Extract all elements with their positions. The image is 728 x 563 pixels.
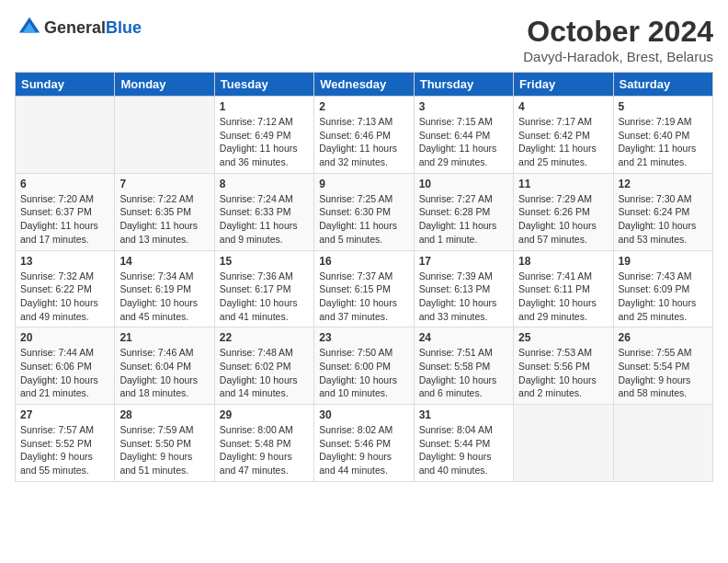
calendar-cell: 27Sunrise: 7:57 AM Sunset: 5:52 PM Dayli…: [16, 405, 115, 482]
calendar-header-row: SundayMondayTuesdayWednesdayThursdayFrid…: [16, 73, 713, 97]
month-title: October 2024: [523, 15, 713, 49]
calendar-cell: 21Sunrise: 7:46 AM Sunset: 6:04 PM Dayli…: [115, 327, 214, 405]
title-area: October 2024 Davyd-Haradok, Brest, Belar…: [523, 15, 713, 64]
day-number: 25: [518, 331, 608, 344]
header: GeneralBlue October 2024 Davyd-Haradok, …: [15, 15, 713, 64]
logo: GeneralBlue: [15, 15, 142, 40]
calendar-cell: 17Sunrise: 7:39 AM Sunset: 6:13 PM Dayli…: [414, 250, 513, 327]
calendar-cell: 19Sunrise: 7:43 AM Sunset: 6:09 PM Dayli…: [613, 250, 712, 327]
day-number: 2: [319, 100, 408, 113]
logo-text-general: General: [44, 18, 106, 37]
day-number: 13: [20, 255, 109, 268]
day-number: 30: [319, 408, 408, 421]
day-number: 17: [419, 255, 508, 268]
day-info: Sunrise: 7:24 AM Sunset: 6:33 PM Dayligh…: [220, 192, 309, 247]
day-number: 29: [220, 408, 309, 421]
day-info: Sunrise: 8:00 AM Sunset: 5:48 PM Dayligh…: [220, 423, 309, 477]
day-number: 31: [419, 408, 508, 421]
day-info: Sunrise: 8:04 AM Sunset: 5:44 PM Dayligh…: [419, 423, 508, 477]
day-info: Sunrise: 7:34 AM Sunset: 6:19 PM Dayligh…: [119, 270, 209, 324]
header-wednesday: Wednesday: [314, 73, 414, 97]
day-number: 8: [220, 178, 309, 190]
day-info: Sunrise: 7:13 AM Sunset: 6:46 PM Dayligh…: [319, 115, 408, 169]
calendar-cell: 6Sunrise: 7:20 AM Sunset: 6:37 PM Daylig…: [16, 173, 115, 250]
calendar-week-row: 20Sunrise: 7:44 AM Sunset: 6:06 PM Dayli…: [16, 327, 713, 405]
calendar-week-row: 1Sunrise: 7:12 AM Sunset: 6:49 PM Daylig…: [16, 97, 713, 174]
day-number: 14: [119, 255, 209, 268]
day-info: Sunrise: 7:46 AM Sunset: 6:04 PM Dayligh…: [119, 346, 209, 400]
calendar-cell: 20Sunrise: 7:44 AM Sunset: 6:06 PM Dayli…: [16, 327, 115, 405]
day-number: 6: [20, 178, 109, 190]
calendar-table: SundayMondayTuesdayWednesdayThursdayFrid…: [15, 72, 713, 482]
calendar-cell: 11Sunrise: 7:29 AM Sunset: 6:26 PM Dayli…: [514, 173, 613, 250]
calendar-cell: 22Sunrise: 7:48 AM Sunset: 6:02 PM Dayli…: [214, 327, 313, 405]
day-number: 22: [220, 331, 309, 344]
calendar-cell: 7Sunrise: 7:22 AM Sunset: 6:35 PM Daylig…: [115, 173, 214, 250]
day-number: 21: [119, 331, 209, 344]
calendar-cell: [613, 405, 712, 482]
header-thursday: Thursday: [414, 73, 513, 97]
day-info: Sunrise: 7:36 AM Sunset: 6:17 PM Dayligh…: [220, 270, 309, 324]
calendar-cell: 4Sunrise: 7:17 AM Sunset: 6:42 PM Daylig…: [514, 97, 613, 174]
day-number: 12: [619, 178, 708, 190]
day-number: 11: [518, 178, 608, 190]
calendar-cell: 15Sunrise: 7:36 AM Sunset: 6:17 PM Dayli…: [214, 250, 313, 327]
header-tuesday: Tuesday: [214, 73, 313, 97]
day-info: Sunrise: 7:51 AM Sunset: 5:58 PM Dayligh…: [419, 346, 508, 400]
calendar-cell: 5Sunrise: 7:19 AM Sunset: 6:40 PM Daylig…: [613, 97, 712, 174]
day-info: Sunrise: 7:20 AM Sunset: 6:37 PM Dayligh…: [20, 192, 109, 247]
calendar-cell: 9Sunrise: 7:25 AM Sunset: 6:30 PM Daylig…: [314, 173, 414, 250]
day-info: Sunrise: 7:44 AM Sunset: 6:06 PM Dayligh…: [20, 346, 109, 400]
day-info: Sunrise: 7:30 AM Sunset: 6:24 PM Dayligh…: [619, 192, 708, 247]
day-info: Sunrise: 7:59 AM Sunset: 5:50 PM Dayligh…: [119, 423, 209, 477]
day-number: 23: [319, 331, 408, 344]
calendar-cell: 31Sunrise: 8:04 AM Sunset: 5:44 PM Dayli…: [414, 405, 513, 482]
day-number: 4: [518, 100, 608, 113]
location-title: Davyd-Haradok, Brest, Belarus: [523, 49, 713, 64]
day-info: Sunrise: 7:17 AM Sunset: 6:42 PM Dayligh…: [518, 115, 608, 169]
day-number: 18: [518, 255, 608, 268]
day-info: Sunrise: 7:50 AM Sunset: 6:00 PM Dayligh…: [319, 346, 408, 400]
calendar-cell: 29Sunrise: 8:00 AM Sunset: 5:48 PM Dayli…: [214, 405, 313, 482]
day-number: 27: [20, 408, 109, 421]
header-monday: Monday: [115, 73, 214, 97]
calendar-cell: 18Sunrise: 7:41 AM Sunset: 6:11 PM Dayli…: [514, 250, 613, 327]
day-info: Sunrise: 7:41 AM Sunset: 6:11 PM Dayligh…: [518, 270, 608, 324]
header-sunday: Sunday: [16, 73, 115, 97]
calendar-cell: 13Sunrise: 7:32 AM Sunset: 6:22 PM Dayli…: [16, 250, 115, 327]
day-info: Sunrise: 7:37 AM Sunset: 6:15 PM Dayligh…: [319, 270, 408, 324]
header-friday: Friday: [514, 73, 613, 97]
day-number: 15: [220, 255, 309, 268]
header-saturday: Saturday: [613, 73, 712, 97]
day-info: Sunrise: 7:32 AM Sunset: 6:22 PM Dayligh…: [20, 270, 109, 324]
day-info: Sunrise: 7:53 AM Sunset: 5:56 PM Dayligh…: [518, 346, 608, 400]
day-number: 26: [619, 331, 708, 344]
day-number: 16: [319, 255, 408, 268]
logo-text-blue: Blue: [106, 18, 142, 37]
day-number: 7: [119, 178, 209, 190]
day-info: Sunrise: 7:39 AM Sunset: 6:13 PM Dayligh…: [419, 270, 508, 324]
calendar-cell: 14Sunrise: 7:34 AM Sunset: 6:19 PM Dayli…: [115, 250, 214, 327]
calendar-cell: 30Sunrise: 8:02 AM Sunset: 5:46 PM Dayli…: [314, 405, 414, 482]
calendar-cell: 2Sunrise: 7:13 AM Sunset: 6:46 PM Daylig…: [314, 97, 414, 174]
day-info: Sunrise: 7:22 AM Sunset: 6:35 PM Dayligh…: [119, 192, 209, 247]
day-info: Sunrise: 7:27 AM Sunset: 6:28 PM Dayligh…: [419, 192, 508, 247]
calendar-cell: 8Sunrise: 7:24 AM Sunset: 6:33 PM Daylig…: [214, 173, 313, 250]
day-number: 24: [419, 331, 508, 344]
calendar-cell: 28Sunrise: 7:59 AM Sunset: 5:50 PM Dayli…: [115, 405, 214, 482]
calendar-cell: 10Sunrise: 7:27 AM Sunset: 6:28 PM Dayli…: [414, 173, 513, 250]
day-number: 5: [619, 100, 708, 113]
logo-icon: [17, 15, 42, 40]
day-info: Sunrise: 7:25 AM Sunset: 6:30 PM Dayligh…: [319, 192, 408, 247]
day-number: 19: [619, 255, 708, 268]
calendar-cell: 25Sunrise: 7:53 AM Sunset: 5:56 PM Dayli…: [514, 327, 613, 405]
day-number: 28: [119, 408, 209, 421]
calendar-cell: [115, 97, 214, 174]
day-info: Sunrise: 7:43 AM Sunset: 6:09 PM Dayligh…: [619, 270, 708, 324]
day-number: 1: [220, 100, 309, 113]
day-info: Sunrise: 7:55 AM Sunset: 5:54 PM Dayligh…: [619, 346, 708, 400]
day-info: Sunrise: 7:29 AM Sunset: 6:26 PM Dayligh…: [518, 192, 608, 247]
day-info: Sunrise: 8:02 AM Sunset: 5:46 PM Dayligh…: [319, 423, 408, 477]
day-number: 10: [419, 178, 508, 190]
calendar-cell: 1Sunrise: 7:12 AM Sunset: 6:49 PM Daylig…: [214, 97, 313, 174]
